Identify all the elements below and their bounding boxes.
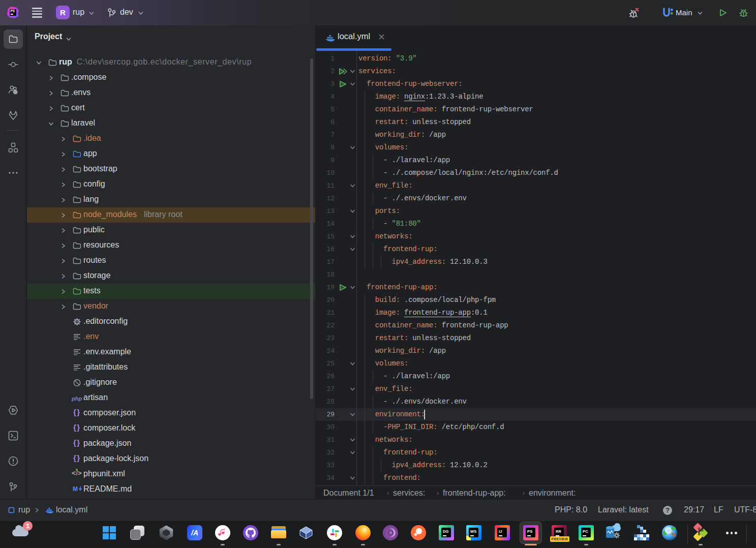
svg-text:?: ? — [14, 90, 17, 95]
